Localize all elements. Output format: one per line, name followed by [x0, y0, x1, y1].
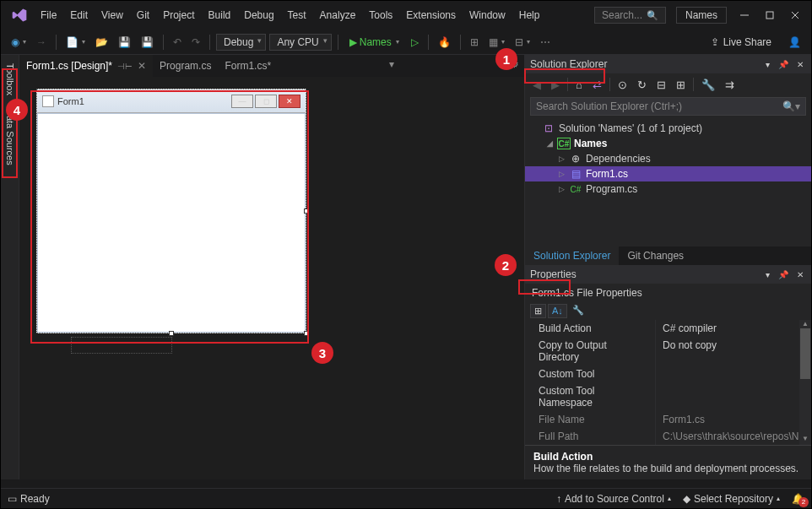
se-switch-icon[interactable]: ⇄ [590, 77, 604, 93]
se-fwd-icon[interactable]: ▶ [549, 77, 562, 93]
sidebar-tab-toolbox[interactable]: Toolbox [3, 60, 17, 99]
properties-grid: Build ActionC# compilerCopy to Output Di… [525, 320, 811, 445]
menu-edit[interactable]: Edit [64, 6, 94, 24]
properties-toolbar: ⊞ A↓ 🔧 [525, 302, 811, 320]
annotation-3: 3 [311, 342, 333, 364]
undo-button[interactable]: ↶ [170, 35, 185, 50]
menu-help[interactable]: Help [513, 6, 546, 24]
tree-item-program[interactable]: ▷ C# Program.cs [525, 181, 811, 197]
new-project-button[interactable]: 📄 [62, 35, 89, 50]
panel-dropdown-icon[interactable]: ▾ [763, 60, 772, 69]
alpha-button[interactable]: A↓ [548, 304, 567, 318]
tb-icon4[interactable]: ⋯ [537, 35, 554, 50]
component-tray[interactable] [71, 337, 172, 354]
menu-window[interactable]: Window [463, 6, 512, 24]
form-maximize-button: ◻ [255, 95, 277, 108]
solution-explorer-toolbar: ◀ ▶ ⌂ ⇄ ⊙ ↻ ⊟ ⊞ 🔧 ⇉ [525, 73, 811, 95]
solution-explorer-search[interactable]: Search Solution Explorer (Ctrl+;) 🔍▾ [530, 97, 806, 116]
resize-handle[interactable] [304, 208, 309, 214]
resize-handle[interactable] [169, 331, 174, 336]
resize-handle[interactable] [304, 331, 309, 336]
panel-pin-icon[interactable]: 📌 [776, 60, 791, 69]
property-row[interactable]: File NameForm1.cs [525, 411, 811, 428]
panel-close-icon[interactable]: ✕ [794, 60, 806, 69]
tb-icon[interactable]: ⊞ [467, 35, 482, 50]
se-refresh-icon[interactable]: ↻ [635, 77, 649, 93]
menu-extensions[interactable]: Extensions [400, 6, 462, 24]
se-preview-icon[interactable]: ⇉ [723, 77, 737, 93]
live-share-button[interactable]: ⇪Live Share [706, 35, 777, 50]
notifications-button[interactable]: 🔔 2 [792, 493, 804, 505]
scrollbar[interactable]: ▲▼ [799, 320, 811, 445]
menu-debug[interactable]: Debug [238, 6, 279, 24]
props-wrench-icon[interactable]: 🔧 [569, 304, 587, 318]
project-node[interactable]: ◢ C# Names [525, 136, 811, 151]
tb-icon3[interactable]: ⊟ [512, 35, 533, 50]
property-row[interactable]: Copy to Output DirectoryDo not copy [525, 337, 811, 366]
menubar: FileEditViewGitProjectBuildDebugTestAnal… [35, 6, 589, 24]
tree-item-dependencies[interactable]: ▷ ⊕ Dependencies [525, 151, 811, 166]
se-home-icon[interactable]: ⌂ [573, 77, 585, 93]
annotation-1: 1 [495, 48, 517, 70]
search-icon: 🔍 [647, 10, 658, 21]
tb-icon2[interactable]: ▦ [485, 35, 508, 50]
platform-select[interactable]: Any CPU [269, 34, 331, 51]
panel-tab-solution-explorer[interactable]: Solution Explorer [525, 246, 619, 265]
vs-logo-icon [9, 5, 30, 25]
nav-fwd-button[interactable]: → [33, 35, 50, 50]
menu-analyze[interactable]: Analyze [314, 6, 362, 24]
annotation-2: 2 [495, 254, 517, 276]
svg-rect-1 [766, 12, 773, 19]
close-tab-icon[interactable]: ✕ [138, 60, 146, 72]
property-row[interactable]: Full PathC:\Users\thrak\source\repos\N [525, 428, 811, 445]
maximize-button[interactable] [757, 5, 782, 25]
property-row[interactable]: Custom Tool [525, 366, 811, 382]
panel-close-icon[interactable]: ✕ [794, 270, 806, 279]
properties-subtitle: Form1.cs File Properties [525, 284, 811, 302]
redo-button[interactable]: ↷ [188, 35, 203, 50]
se-showall-icon[interactable]: ⊞ [674, 77, 688, 93]
se-collapse-icon[interactable]: ⊟ [654, 77, 669, 93]
search-input[interactable]: Search...🔍 [594, 7, 666, 24]
form-client-area[interactable] [37, 113, 306, 333]
doc-tab[interactable]: Form1.cs [Design]*⊣⊢✕ [19, 55, 153, 77]
tree-item-form1[interactable]: ▷ ▤ Form1.cs [525, 166, 811, 181]
save-button[interactable]: 💾 [115, 35, 134, 50]
menu-project[interactable]: Project [157, 6, 200, 24]
repo-select-button[interactable]: ◆Select Repository▴ [683, 493, 780, 505]
minimize-button[interactable] [732, 5, 757, 25]
doc-tabs-dropdown-icon[interactable]: ▾ [384, 55, 399, 77]
property-row[interactable]: Custom Tool Namespace [525, 382, 811, 411]
menu-view[interactable]: View [95, 6, 129, 24]
doc-tab[interactable]: Form1.cs* [218, 55, 278, 77]
nav-back-button[interactable]: ◉ [8, 35, 30, 50]
panel-dropdown-icon[interactable]: ▾ [763, 270, 772, 279]
dependencies-icon: ⊕ [569, 153, 582, 165]
start-debug-button[interactable]: ▶Names▾ [344, 35, 404, 50]
account-icon[interactable]: 👤 [785, 35, 804, 50]
configuration-select[interactable]: Debug [216, 34, 266, 51]
menu-tools[interactable]: Tools [363, 6, 398, 24]
open-button[interactable]: 📂 [92, 35, 111, 50]
categorize-button[interactable]: ⊞ [530, 304, 546, 318]
solution-node[interactable]: ⊡ Solution 'Names' (1 of 1 project) [525, 121, 811, 136]
property-row[interactable]: Build ActionC# compiler [525, 320, 811, 337]
se-properties-icon[interactable]: 🔧 [699, 77, 717, 93]
menu-test[interactable]: Test [282, 6, 312, 24]
properties-description: Build Action How the file relates to the… [525, 445, 811, 479]
menu-build[interactable]: Build [203, 6, 237, 24]
panel-tab-git-changes[interactable]: Git Changes [619, 246, 692, 265]
menu-file[interactable]: File [35, 6, 62, 24]
save-all-button[interactable]: 💾 [138, 35, 157, 50]
source-control-button[interactable]: ↑Add to Source Control▴ [556, 493, 671, 505]
se-back-icon[interactable]: ◀ [530, 77, 544, 93]
hot-reload-button[interactable]: 🔥 [435, 35, 454, 50]
menu-git[interactable]: Git [131, 6, 155, 24]
pin-icon[interactable]: ⊣⊢ [117, 62, 133, 71]
se-sync-icon[interactable]: ⊙ [615, 77, 630, 93]
start-nodebug-button[interactable]: ▷ [408, 35, 422, 50]
form-designer[interactable]: Form1 — ◻ ✕ [36, 89, 306, 333]
panel-pin-icon[interactable]: 📌 [776, 270, 791, 279]
doc-tab[interactable]: Program.cs [153, 55, 218, 77]
close-button[interactable] [782, 5, 808, 25]
